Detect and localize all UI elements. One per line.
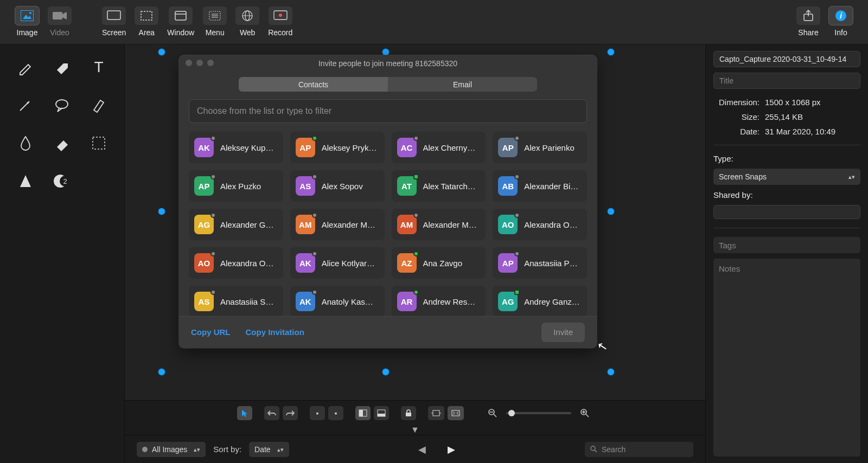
contact-item[interactable]: ABAlexander Bi… — [493, 170, 587, 202]
selection-handle[interactable] — [608, 49, 614, 55]
shared-by-field[interactable] — [713, 205, 860, 219]
tool-blur[interactable] — [10, 130, 41, 156]
mode-video[interactable]: Video — [43, 7, 76, 37]
tool-text[interactable]: T — [83, 54, 114, 80]
next-button[interactable]: ▶ — [448, 443, 455, 455]
contact-name: Andrew Res… — [423, 297, 481, 306]
view-split[interactable] — [355, 406, 371, 420]
selection-handle[interactable] — [608, 208, 614, 215]
contact-item[interactable]: APAleksey Pryk… — [290, 132, 385, 163]
contact-search-input[interactable] — [189, 99, 587, 123]
sort-dropdown[interactable]: Date▴▾ — [249, 442, 289, 457]
date-label: Date: — [713, 127, 760, 136]
presence-indicator — [514, 251, 520, 256]
capture-web[interactable]: Web — [231, 7, 264, 37]
info-icon: i — [829, 7, 853, 25]
contact-item[interactable]: APAlex Parienko — [493, 132, 587, 163]
canvas-toolbar: ▪ ▪ — [125, 400, 705, 425]
selection-handle[interactable] — [158, 208, 165, 215]
capture-screen[interactable]: Screen — [98, 7, 130, 37]
tool-highlighter[interactable] — [83, 92, 114, 118]
tool-arrow[interactable] — [10, 92, 41, 118]
capture-menu[interactable]: Menu — [199, 7, 231, 37]
contact-item[interactable]: AOAlexandra O… — [493, 209, 587, 240]
contact-item[interactable]: AKAlice Kotlyar… — [290, 247, 385, 279]
align-left[interactable]: ▪ — [310, 406, 325, 420]
tab-contacts[interactable]: Contacts — [239, 77, 388, 92]
undo-button[interactable] — [264, 406, 279, 420]
copy-invitation-link[interactable]: Copy Invitation — [246, 327, 304, 337]
avatar: AK — [194, 138, 214, 157]
share-button[interactable]: Share — [792, 7, 825, 37]
tool-rectangle[interactable] — [47, 54, 78, 80]
view-bottom[interactable] — [374, 406, 389, 420]
contact-item[interactable]: APAnastasiia P… — [493, 247, 587, 279]
tool-step[interactable]: 2 — [47, 168, 78, 194]
contact-item[interactable]: AKAnatoly Kas… — [290, 286, 385, 316]
selection-handle[interactable] — [608, 369, 614, 375]
info-button[interactable]: i Info — [825, 7, 857, 37]
canvas[interactable]: Invite people to join meeting 8162585320… — [125, 44, 705, 400]
redo-button[interactable] — [283, 406, 298, 420]
window-traffic-lights[interactable] — [186, 60, 214, 66]
tool-eraser[interactable] — [47, 130, 78, 156]
prev-button[interactable]: ◀ — [418, 443, 426, 455]
contact-item[interactable]: ATAlex Tatarch… — [392, 170, 486, 202]
presence-indicator — [312, 290, 317, 295]
contacts-grid: AKAleksey Kup…APAleksey Pryk…ACAlex Cher… — [179, 132, 597, 316]
share-icon — [796, 7, 820, 25]
capture-record[interactable]: Record — [264, 7, 297, 37]
fit-width[interactable] — [428, 406, 444, 420]
tool-pointer[interactable] — [237, 406, 252, 420]
lock-button[interactable] — [401, 406, 416, 420]
align-right[interactable]: ▪ — [328, 406, 343, 420]
filename-field[interactable]: Capto_Capture 2020-03-31_10-49-14 — [713, 51, 860, 67]
title-field[interactable]: Title — [713, 73, 860, 89]
selection-handle[interactable] — [382, 369, 389, 375]
tab-email[interactable]: Email — [388, 77, 537, 92]
gallery-search[interactable]: Search — [585, 442, 693, 457]
selection-handle[interactable] — [158, 369, 165, 375]
type-dropdown[interactable]: Screen Snaps▴▾ — [713, 169, 860, 185]
contact-item[interactable]: APAlex Puzko — [189, 170, 283, 202]
gallery-disclosure[interactable]: ▼ — [125, 425, 705, 435]
presence-indicator — [312, 174, 317, 179]
presence-indicator — [413, 213, 419, 218]
selection-handle[interactable] — [158, 49, 165, 55]
contact-item[interactable]: ARAndrew Res… — [392, 286, 486, 316]
invite-button[interactable]: Invite — [541, 323, 585, 342]
contact-item[interactable]: AMAlexander M… — [392, 209, 486, 240]
capture-window[interactable]: Window — [163, 7, 199, 37]
fit-screen[interactable] — [448, 406, 464, 420]
contact-item[interactable]: ASAlex Sopov — [290, 170, 385, 202]
selection-handle[interactable] — [382, 49, 389, 55]
avatar: AP — [296, 138, 315, 157]
mode-image[interactable]: Image — [11, 7, 43, 37]
copy-url-link[interactable]: Copy URL — [191, 327, 231, 337]
tool-callout[interactable] — [47, 92, 78, 118]
contact-item[interactable]: AOAlexandra O… — [189, 247, 283, 279]
screen-icon — [102, 7, 126, 25]
contact-item[interactable]: AGAndrey Ganz… — [493, 286, 587, 316]
tool-pencil[interactable] — [10, 54, 41, 80]
contact-item[interactable]: AMAlexander M… — [290, 209, 385, 240]
zoom-in[interactable] — [577, 406, 593, 420]
avatar: AM — [397, 215, 417, 234]
contact-item[interactable]: AGAlexander G… — [189, 209, 283, 240]
contact-item[interactable]: AZAna Zavgo — [392, 247, 486, 279]
contact-item[interactable]: ACAlex Cherny… — [392, 132, 486, 163]
contact-name: Aleksey Pryk… — [322, 143, 379, 152]
tool-spotlight[interactable] — [10, 168, 41, 194]
filter-dropdown[interactable]: All Images▴▾ — [137, 442, 206, 457]
tags-field[interactable]: Tags — [713, 237, 860, 253]
svg-point-2 — [29, 12, 31, 14]
presence-indicator — [413, 174, 419, 179]
presence-indicator — [312, 251, 317, 256]
notes-field[interactable]: Notes — [713, 259, 860, 456]
tool-marquee[interactable] — [83, 130, 114, 156]
zoom-slider[interactable] — [506, 412, 571, 414]
contact-item[interactable]: ASAnastasiia S… — [189, 286, 283, 316]
capture-area[interactable]: Area — [130, 7, 163, 37]
contact-item[interactable]: AKAleksey Kup… — [189, 132, 283, 163]
zoom-out[interactable] — [484, 406, 501, 420]
